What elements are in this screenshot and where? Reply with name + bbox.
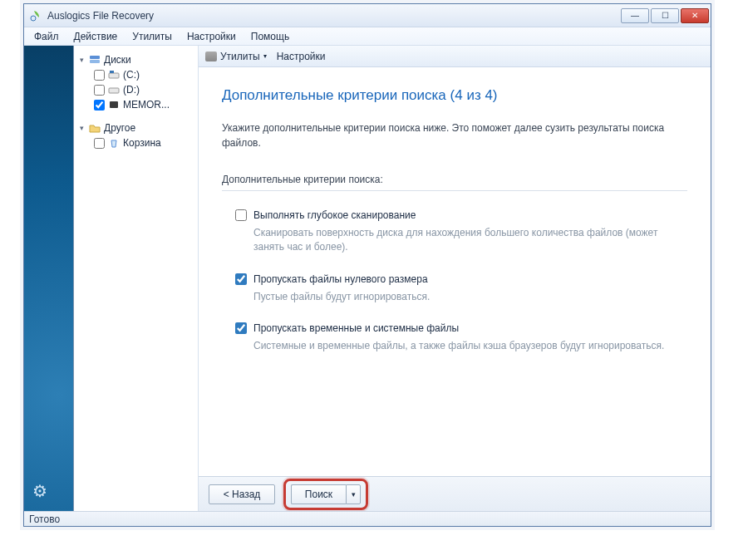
app-icon <box>29 9 42 22</box>
page-title: Дополнительные критерии поиска (4 из 4) <box>222 87 687 104</box>
tree-item-label: Корзина <box>123 137 161 149</box>
tree-group-label: Другое <box>104 122 135 134</box>
tree-group-disks[interactable]: ▾ Диски <box>77 52 194 67</box>
tree-item-drive-memory[interactable]: MEMOR... <box>77 97 194 112</box>
svg-point-0 <box>31 16 36 21</box>
app-title: Auslogics File Recovery <box>47 10 621 22</box>
back-button[interactable]: < Назад <box>209 484 275 504</box>
minimize-button[interactable]: — <box>621 8 649 23</box>
tree-item-label: (D:) <box>123 84 140 96</box>
drive-icon <box>205 52 217 61</box>
search-button[interactable]: Поиск ▾ <box>291 484 361 504</box>
gear-icon[interactable]: ⚙ <box>32 481 47 501</box>
search-button-label[interactable]: Поиск <box>291 484 346 504</box>
svg-rect-1 <box>90 56 100 59</box>
toolbar-label: Настройки <box>277 51 326 62</box>
caret-down-icon: ▾ <box>77 124 86 132</box>
option-label: Пропускать файлы нулевого размера <box>253 273 428 285</box>
tree-item-drive-c[interactable]: (C:) <box>77 67 194 82</box>
svg-rect-4 <box>110 71 114 73</box>
recycle-bin-icon <box>108 138 120 148</box>
svg-rect-5 <box>109 88 119 93</box>
memory-card-icon <box>108 100 120 110</box>
toolbar-settings[interactable]: Настройки <box>277 51 326 62</box>
menu-help[interactable]: Помощь <box>244 29 296 44</box>
recycle-bin-checkbox[interactable] <box>94 138 105 149</box>
option-hint: Системные и временные файлы, а также фай… <box>253 339 686 353</box>
status-text: Готово <box>29 513 60 525</box>
tree-item-label: (C:) <box>123 69 140 81</box>
option-label: Выполнять глубокое сканирование <box>253 209 416 221</box>
window-controls: — ☐ ✕ <box>621 8 709 23</box>
titlebar: Auslogics File Recovery — ☐ ✕ <box>24 4 711 27</box>
tree-group-label: Диски <box>104 54 131 66</box>
skip-zero-checkbox[interactable] <box>235 273 247 285</box>
chevron-down-icon: ▾ <box>263 52 267 60</box>
maximize-button[interactable]: ☐ <box>651 8 679 23</box>
disk-stack-icon <box>89 55 101 65</box>
left-rail: ⚙ <box>24 46 74 511</box>
svg-rect-2 <box>90 60 100 63</box>
wizard-footer: < Назад Поиск ▾ <box>199 476 711 511</box>
svg-rect-6 <box>110 101 118 108</box>
close-button[interactable]: ✕ <box>681 8 709 23</box>
drive-c-checkbox[interactable] <box>94 70 105 81</box>
app-window: Auslogics File Recovery — ☐ ✕ Файл Дейст… <box>23 3 711 527</box>
drive-icon <box>108 70 120 80</box>
toolbar-utilities[interactable]: Утилиты ▾ <box>205 51 267 62</box>
drive-tree: ▾ Диски (C:) <box>74 46 199 511</box>
option-skip-temp: Пропускать временные и системные файлы С… <box>235 322 687 353</box>
wizard-content: Дополнительные критерии поиска (4 из 4) … <box>199 67 711 476</box>
toolbar-label: Утилиты <box>220 51 260 62</box>
highlight-frame: Поиск ▾ <box>283 479 368 510</box>
menu-action[interactable]: Действие <box>67 29 125 44</box>
option-hint: Пустые файлы будут игнорироваться. <box>253 290 686 304</box>
section-label: Дополнительные критерии поиска: <box>222 174 687 191</box>
menubar: Файл Действие Утилиты Настройки Помощь <box>24 27 711 46</box>
skip-temp-checkbox[interactable] <box>235 322 247 334</box>
tree-group-other[interactable]: ▾ Другое <box>77 120 194 135</box>
drive-d-checkbox[interactable] <box>94 85 105 96</box>
deep-scan-checkbox[interactable] <box>235 209 247 221</box>
option-hint: Сканировать поверхность диска для нахожд… <box>253 226 686 255</box>
tree-item-label: MEMOR... <box>123 99 170 111</box>
status-bar: Готово <box>24 511 711 526</box>
tree-item-drive-d[interactable]: (D:) <box>77 82 194 97</box>
page-description: Укажите дополнительные критерии поиска н… <box>222 120 687 150</box>
secondary-toolbar: Утилиты ▾ Настройки <box>199 46 711 67</box>
search-dropdown-toggle[interactable]: ▾ <box>346 484 361 504</box>
drive-icon <box>108 85 120 95</box>
option-skip-zero: Пропускать файлы нулевого размера Пустые… <box>235 273 687 304</box>
caret-down-icon: ▾ <box>77 56 86 64</box>
tree-item-recycle-bin[interactable]: Корзина <box>77 135 194 150</box>
menu-utilities[interactable]: Утилиты <box>125 29 179 44</box>
menu-settings[interactable]: Настройки <box>180 29 243 44</box>
option-deep-scan: Выполнять глубокое сканирование Сканиров… <box>235 209 687 255</box>
option-label: Пропускать временные и системные файлы <box>253 322 459 334</box>
folder-icon <box>89 123 101 133</box>
svg-rect-3 <box>109 73 119 78</box>
menu-file[interactable]: Файл <box>27 29 66 44</box>
main-panel: Утилиты ▾ Настройки Дополнительные крите… <box>199 46 711 511</box>
drive-memory-checkbox[interactable] <box>94 100 105 111</box>
